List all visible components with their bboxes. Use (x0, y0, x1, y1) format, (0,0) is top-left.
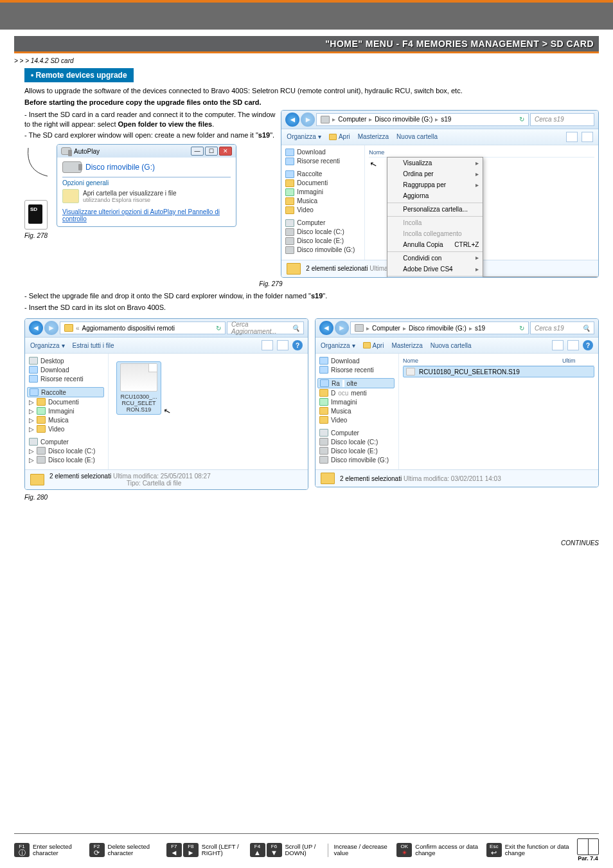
forward-button[interactable]: ► (44, 321, 58, 335)
refresh-icon[interactable]: ↻ (216, 325, 221, 332)
more-options-link[interactable]: Visualizzare ulteriori opzioni di AutoPl… (62, 208, 231, 222)
banner-text: "HOME" MENU - F4 MEMORIES MANAGEMENT > S… (325, 39, 594, 49)
nav-disco-c[interactable]: ▷ Disco locale (C:) (29, 446, 104, 455)
cm-personalizza[interactable]: Personalizza cartella... (387, 203, 483, 215)
nav-computer[interactable]: Computer (285, 219, 360, 228)
nav-download[interactable]: Download (319, 356, 395, 365)
book-icon (577, 838, 599, 855)
nav-documenti[interactable]: ▷ Documenti (29, 397, 104, 406)
step-select: - Select the upgrade file and drop it on… (24, 291, 599, 301)
view-mode-button[interactable] (262, 340, 273, 350)
nav-computer[interactable]: Computer (319, 428, 395, 437)
context-menu[interactable]: Visualizza▸ Ordina per▸ Raggruppa per▸ A… (387, 157, 483, 278)
key-f1: F1ⓘ (14, 843, 30, 857)
preview-pane-button[interactable] (567, 340, 579, 350)
nav-video[interactable]: ▷ Video (29, 424, 104, 433)
nav-musica[interactable]: Musica (319, 406, 395, 415)
masterizza-button[interactable]: Masterizza (391, 342, 422, 349)
nav-disco-e[interactable]: Disco locale (E:) (285, 237, 360, 246)
submenu-nuovo[interactable]: Cartella Collegamento CorelDRAW X3 Graph… (483, 276, 599, 278)
view-mode-button[interactable] (552, 340, 564, 350)
nav-raccolte[interactable]: Raccolte (285, 170, 360, 179)
forward-button[interactable]: ► (301, 113, 315, 127)
preview-pane-button[interactable] (277, 340, 289, 350)
address-input[interactable]: ▸ Computer ▸ Disco rimovibile (G:) ▸ s19… (350, 321, 529, 334)
estrai-button[interactable]: Estrai tutti i file (73, 342, 114, 349)
spacer (0, 547, 613, 829)
cm-visualizza[interactable]: Visualizza▸ (387, 158, 483, 168)
search-input[interactable]: Cerca Aggiornament... 🔍 (227, 321, 304, 334)
help-button[interactable]: ? (292, 340, 303, 350)
open-folder-option[interactable]: Apri cartella per visualizzare i file ut… (62, 189, 231, 203)
nav-recenti[interactable]: Risorse recenti (319, 365, 395, 374)
help-button[interactable]: ? (583, 340, 593, 350)
nav-computer[interactable]: Computer (29, 437, 104, 446)
nav-raccolte[interactable]: Raccolte (27, 387, 104, 397)
apri-button[interactable]: Apri (363, 342, 384, 349)
file-tile-selected[interactable]: RCU10300_... RCU_SELET RON.S19 (116, 361, 161, 415)
nuova-cartella-button[interactable]: Nuova cartella (431, 342, 472, 349)
search-input[interactable]: Cerca s19 (530, 113, 594, 126)
drive-icon (61, 147, 71, 155)
search-input[interactable]: Cerca s19 🔍 (530, 321, 594, 334)
nav-video[interactable]: Video (319, 415, 395, 424)
nav-musica[interactable]: Musica (285, 197, 360, 206)
close-button[interactable]: ✕ (219, 147, 232, 156)
nav-immagini[interactable]: ▷ Immagini (29, 406, 104, 415)
nav-pane: Download Risorse recenti Raccolte Docume… (281, 145, 365, 260)
nav-documenti[interactable]: Documenti (319, 388, 395, 397)
nav-recenti[interactable]: Risorse recenti (29, 374, 104, 383)
address-input[interactable]: ▸ Computer ▸ Disco rimovibile (G:) ▸ s19… (316, 113, 529, 126)
cm-ordina[interactable]: Ordina per▸ (387, 168, 483, 179)
nav-disco-g[interactable]: Disco rimovibile (G:) (319, 455, 395, 464)
cm-nuovo[interactable]: Nuovo▸ Cartella Collegamento CorelDRAW X… (387, 276, 483, 278)
refresh-icon[interactable]: ↻ (519, 116, 524, 123)
organizza-button[interactable]: Organizza ▾ (287, 133, 321, 140)
cm-raggruppa[interactable]: Raggruppa per▸ (387, 179, 483, 190)
nav-musica[interactable]: ▷ Musica (29, 415, 104, 424)
cm-annulla[interactable]: Annulla Copia CTRL+Z (387, 239, 483, 250)
nav-recenti[interactable]: Risorse recenti (285, 157, 360, 166)
nuova-cartella-button[interactable]: Nuova cartella (396, 133, 438, 140)
view-mode-button[interactable] (566, 132, 578, 142)
minimize-button[interactable]: — (191, 147, 204, 156)
organizza-button[interactable]: Organizza ▾ (30, 342, 65, 349)
file-icon (406, 368, 415, 375)
maximize-button[interactable]: ☐ (205, 147, 218, 156)
sm-cartella[interactable]: Cartella (483, 277, 599, 278)
nav-immagini[interactable]: Immagini (285, 188, 360, 197)
ft-scroll-ud-text: Scroll (UP / DOWN) (285, 844, 322, 857)
explorer-body: Download Risorse recenti Raccolte Docume… (281, 145, 598, 260)
back-button[interactable]: ◄ (29, 321, 43, 335)
open-folder-sub: utilizzando Esplora risorse (83, 197, 177, 203)
nav-video[interactable]: Video (285, 206, 360, 215)
nav-download[interactable]: Download (285, 148, 360, 157)
folder-icon (62, 189, 79, 203)
nav-download[interactable]: Download (29, 365, 104, 374)
ft-scroll-ud: F4▲ F6▼ Scroll (UP / DOWN) (250, 843, 322, 857)
refresh-icon[interactable]: ↻ (519, 325, 524, 332)
nav-raccolte-sel[interactable]: Ra olte (317, 378, 395, 388)
apri-button[interactable]: Apri (329, 133, 350, 140)
back-button[interactable]: ◄ (319, 321, 333, 335)
nav-disco-g[interactable]: Disco rimovibile (G:) (285, 246, 360, 255)
nav-documenti[interactable]: Documenti (285, 179, 360, 188)
nav-disco-c[interactable]: Disco locale (C:) (285, 228, 360, 237)
nav-disco-e[interactable]: ▷ Disco locale (E:) (29, 455, 104, 464)
back-button[interactable]: ◄ (285, 113, 299, 127)
address-input[interactable]: « Aggiornamento dispositivi remoti ↻ (60, 321, 226, 334)
step-insert: - Insert the SD card in a card reader an… (24, 110, 277, 129)
cm-aggiorna[interactable]: Aggiorna (387, 190, 483, 201)
cm-condividi[interactable]: Condividi con▸ (387, 251, 483, 264)
forward-button[interactable]: ► (335, 321, 349, 335)
cm-adobe-drive[interactable]: Adobe Drive CS4▸ (387, 264, 483, 275)
masterizza-button[interactable]: Masterizza (358, 133, 389, 140)
organizza-button[interactable]: Organizza ▾ (321, 342, 355, 349)
nav-disco-e[interactable]: Disco locale (E:) (319, 446, 395, 455)
file-row-selected[interactable]: RCU10180_RCU_SELETRON.S19 (403, 366, 594, 377)
book-ref: Par. 7.4 (577, 838, 599, 862)
nav-immagini[interactable]: Immagini (319, 397, 395, 406)
preview-pane-button[interactable] (582, 132, 593, 142)
nav-disco-c[interactable]: Disco locale (C:) (319, 437, 395, 446)
nav-desktop[interactable]: Desktop (29, 356, 104, 365)
